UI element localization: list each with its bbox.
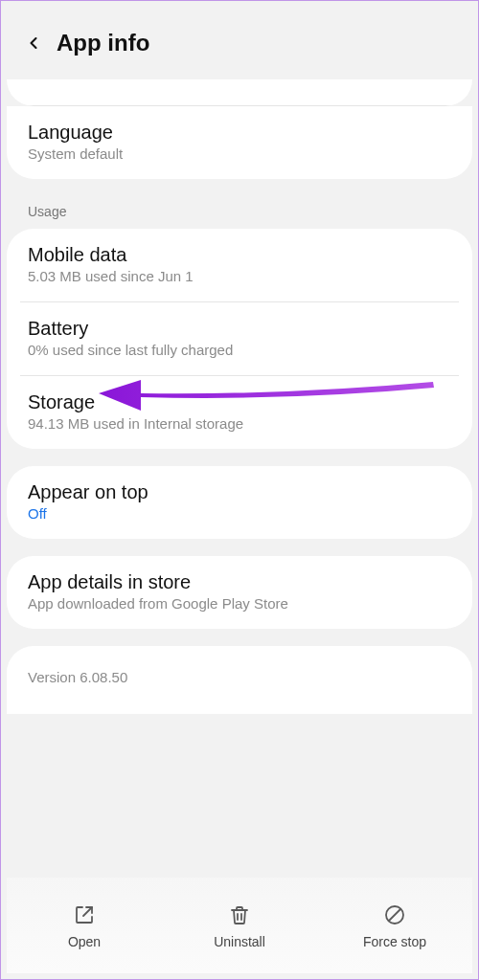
svg-line-1	[389, 909, 400, 921]
language-row[interactable]: Language System default	[7, 106, 472, 179]
force-stop-icon	[381, 902, 408, 928]
appear-title: Appear on top	[28, 481, 451, 503]
uninstall-button[interactable]: Uninstall	[162, 878, 317, 973]
force-stop-label: Force stop	[363, 934, 426, 949]
app-details-row[interactable]: App details in store App downloaded from…	[7, 556, 472, 629]
open-icon	[71, 902, 98, 928]
partial-card-top	[7, 79, 472, 106]
appear-on-top-row[interactable]: Appear on top Off	[7, 466, 472, 539]
storage-sub: 94.13 MB used in Internal storage	[28, 415, 451, 432]
details-title: App details in store	[28, 571, 451, 593]
mobile-data-sub: 5.03 MB used since Jun 1	[28, 268, 451, 284]
force-stop-button[interactable]: Force stop	[317, 878, 472, 973]
trash-icon	[226, 902, 253, 928]
battery-row[interactable]: Battery 0% used since last fully charged	[7, 302, 472, 375]
language-card: Language System default	[7, 106, 472, 179]
storage-row[interactable]: Storage 94.13 MB used in Internal storag…	[7, 376, 472, 449]
usage-section-label: Usage	[7, 179, 472, 229]
version-text: Version 6.08.50	[28, 669, 127, 685]
language-sub: System default	[28, 145, 451, 162]
page-title: App info	[57, 30, 149, 56]
language-title: Language	[28, 122, 451, 144]
battery-title: Battery	[28, 318, 451, 340]
storage-title: Storage	[28, 391, 451, 413]
mobile-data-row[interactable]: Mobile data 5.03 MB used since Jun 1	[7, 229, 472, 301]
appear-card: Appear on top Off	[7, 466, 472, 539]
mobile-data-title: Mobile data	[28, 244, 451, 266]
footer-bar: Open Uninstall Force stop	[7, 878, 472, 973]
usage-card: Mobile data 5.03 MB used since Jun 1 Bat…	[7, 229, 472, 449]
uninstall-label: Uninstall	[214, 934, 265, 949]
appear-sub: Off	[28, 505, 451, 522]
back-button[interactable]	[14, 24, 53, 62]
details-card: App details in store App downloaded from…	[7, 556, 472, 629]
version-card: Version 6.08.50	[7, 646, 472, 714]
battery-sub: 0% used since last fully charged	[28, 342, 451, 358]
app-header: App info	[7, 7, 472, 79]
open-button[interactable]: Open	[7, 878, 162, 973]
open-label: Open	[68, 934, 101, 949]
chevron-left-icon	[24, 33, 43, 53]
details-sub: App downloaded from Google Play Store	[28, 595, 451, 612]
